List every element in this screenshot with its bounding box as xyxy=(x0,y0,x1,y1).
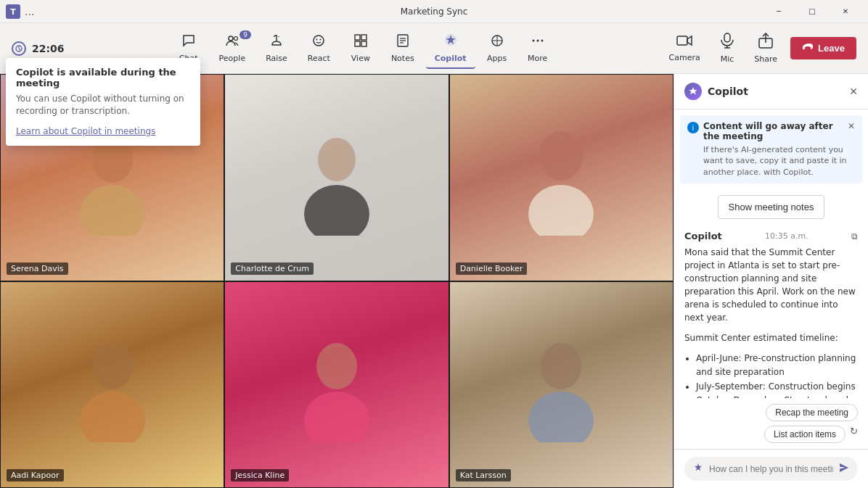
close-button[interactable]: ✕ xyxy=(829,0,862,23)
copy-button[interactable]: ⧉ xyxy=(851,231,858,241)
svg-point-39 xyxy=(304,392,369,442)
camera-button[interactable]: Camera xyxy=(662,30,708,67)
show-meeting-notes-button[interactable]: Show meeting notes xyxy=(718,195,825,219)
svg-rect-13 xyxy=(361,41,367,46)
share-button[interactable]: Share xyxy=(747,28,785,68)
copilot-avatar xyxy=(684,83,702,100)
info-banner-text: If there's AI-generated content you want… xyxy=(687,144,855,178)
svg-point-23 xyxy=(536,40,539,42)
camera-label: Camera xyxy=(669,53,700,62)
copilot-close-button[interactable]: ✕ xyxy=(849,86,858,97)
participant-name-aadi: Aadi Kapoor xyxy=(7,469,64,481)
message-sender: Copilot xyxy=(684,231,722,241)
maximize-button[interactable]: □ xyxy=(795,0,829,23)
svg-rect-25 xyxy=(677,36,687,45)
send-button[interactable] xyxy=(839,463,849,475)
chat-icon xyxy=(181,33,196,51)
window-controls: ─ □ ✕ xyxy=(762,0,862,23)
view-icon xyxy=(353,33,368,51)
view-button[interactable]: View xyxy=(342,29,380,67)
notes-label: Notes xyxy=(391,54,414,63)
svg-point-9 xyxy=(320,39,322,41)
refresh-suggestions-button[interactable]: ↻ xyxy=(850,426,858,443)
mic-button[interactable]: Mic xyxy=(713,28,742,68)
camera-icon xyxy=(676,34,692,50)
svg-point-22 xyxy=(532,40,534,42)
copilot-learn-link[interactable]: Learn about Copilot in meetings xyxy=(16,126,155,136)
svg-point-8 xyxy=(316,39,318,41)
svg-point-35 xyxy=(528,185,594,236)
title-bar-left: T ... xyxy=(6,4,34,19)
copilot-tooltip-text: You can use Copilot without turning on r… xyxy=(16,93,190,117)
raise-icon xyxy=(269,33,284,51)
suggested-actions: Recap the meeting List action items ↻ xyxy=(674,398,868,449)
meeting-title: Marketing Sync xyxy=(401,7,468,17)
raise-label: Raise xyxy=(266,54,287,63)
view-label: View xyxy=(351,54,370,63)
notes-icon xyxy=(396,33,410,51)
chat-messages: Copilot 10:35 a.m. ⧉ Mona said that the … xyxy=(674,225,868,398)
message-header: Copilot 10:35 a.m. ⧉ xyxy=(684,231,858,241)
participant-name-serena: Serena Davis xyxy=(7,262,68,275)
list-action-items-button[interactable]: List action items xyxy=(764,426,846,443)
info-banner-header: i Content will go away after the meeting… xyxy=(687,121,855,141)
svg-point-5 xyxy=(229,36,233,41)
toolbar-left: 22:06 xyxy=(12,41,65,56)
svg-rect-11 xyxy=(361,35,367,40)
minimize-button[interactable]: ─ xyxy=(762,0,795,23)
apps-button[interactable]: Apps xyxy=(478,29,516,67)
svg-point-40 xyxy=(541,343,581,389)
people-icon xyxy=(225,33,239,51)
share-label: Share xyxy=(754,54,777,64)
copilot-panel-header: Copilot ✕ xyxy=(674,74,868,109)
svg-point-33 xyxy=(304,185,369,236)
chat-input-field[interactable] xyxy=(709,464,833,474)
video-cell-aadi: Aadi Kapoor xyxy=(0,281,224,489)
info-banner-close[interactable]: ✕ xyxy=(848,121,855,131)
raise-button[interactable]: Raise xyxy=(257,29,296,67)
more-button[interactable]: More xyxy=(519,29,557,67)
svg-point-31 xyxy=(80,185,145,236)
svg-line-4 xyxy=(19,49,20,50)
copilot-header-left: Copilot xyxy=(684,83,748,100)
notes-button[interactable]: Notes xyxy=(382,29,423,67)
video-cell-jessica: Jessica Kline xyxy=(224,281,449,489)
list-item-1: April-June: Pre-construction planning an… xyxy=(696,352,858,379)
svg-text:T: T xyxy=(10,7,16,17)
toolbar-right: Camera Mic Share Leave xyxy=(662,28,856,68)
react-label: React xyxy=(308,54,330,63)
react-button[interactable]: React xyxy=(299,29,339,67)
copilot-panel-title: Copilot xyxy=(708,86,748,97)
leave-button[interactable]: Leave xyxy=(790,37,856,59)
copilot-tooltip-title: Copilot is available during the meeting xyxy=(16,67,190,88)
participant-name-jessica: Jessica Kline xyxy=(231,469,289,481)
video-cell-kat: Kat Larsson xyxy=(449,281,673,489)
status-icon xyxy=(12,41,26,56)
svg-rect-12 xyxy=(355,41,360,46)
info-icon: i xyxy=(687,122,699,133)
chat-input-wrapper xyxy=(684,457,858,481)
svg-point-37 xyxy=(80,392,145,442)
more-icon xyxy=(531,33,545,51)
copilot-button[interactable]: Copilot xyxy=(426,28,475,69)
message-list: April-June: Pre-construction planning an… xyxy=(684,352,858,398)
svg-point-7 xyxy=(314,36,324,46)
people-label: People xyxy=(219,54,246,63)
more-label: More xyxy=(528,54,547,63)
copilot-icon xyxy=(443,32,459,51)
svg-rect-10 xyxy=(355,35,360,40)
main-content: Serena Davis Charlotte de Crum Danielle … xyxy=(0,74,868,488)
svg-point-41 xyxy=(528,392,594,442)
call-timer: 22:06 xyxy=(32,43,65,54)
message-text-1: Mona said that the Summit Center project… xyxy=(684,246,858,324)
people-button[interactable]: People 9 xyxy=(210,29,255,67)
svg-rect-26 xyxy=(724,33,730,42)
participant-name-charlotte: Charlotte de Crum xyxy=(231,262,314,275)
title-bar-dots[interactable]: ... xyxy=(25,6,34,17)
title-bar: T ... Marketing Sync ─ □ ✕ xyxy=(0,0,868,23)
list-item-2: July-September: Construction begins xyxy=(696,380,858,394)
svg-point-6 xyxy=(234,37,237,41)
copilot-label: Copilot xyxy=(435,54,467,63)
recap-meeting-button[interactable]: Recap the meeting xyxy=(766,404,858,421)
apps-icon xyxy=(490,33,504,51)
